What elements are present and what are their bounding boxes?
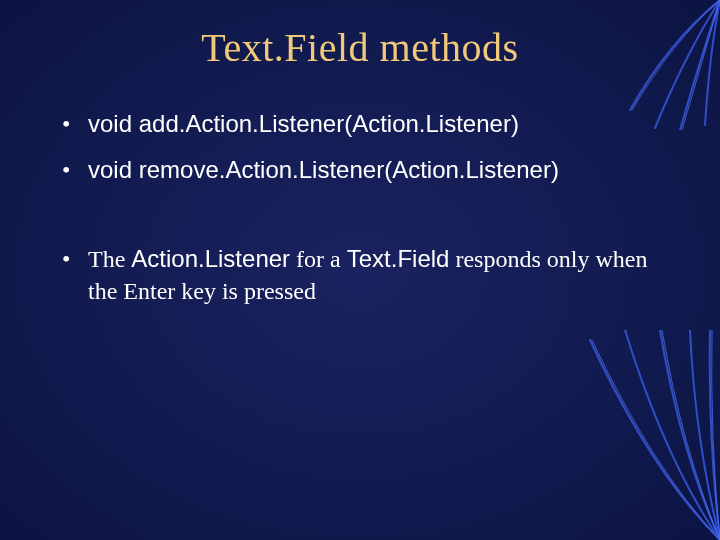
slide-body: void add.Action.Listener(Action.Listener… — [60, 108, 670, 322]
bullet-text: void add.Action.Listener(Action.Listener… — [88, 110, 519, 137]
text-fragment: for a — [290, 246, 347, 272]
bullet-item: void add.Action.Listener(Action.Listener… — [60, 108, 670, 140]
bullet-text: The Action.Listener for a Text.Field res… — [88, 246, 647, 304]
text-fragment: Action.Listener — [131, 245, 290, 272]
bullet-list: void add.Action.Listener(Action.Listener… — [60, 108, 670, 308]
bullet-item: void remove.Action.Listener(Action.Liste… — [60, 154, 670, 186]
text-fragment: The — [88, 246, 131, 272]
bullet-text: void remove.Action.Listener(Action.Liste… — [88, 156, 559, 183]
bullet-item: The Action.Listener for a Text.Field res… — [60, 243, 670, 308]
slide: Text.Field methods void add.Action.Liste… — [0, 0, 720, 540]
decor-bottom-right-icon — [530, 330, 720, 540]
slide-title: Text.Field methods — [0, 24, 720, 71]
text-fragment: Text.Field — [347, 245, 450, 272]
spacer — [60, 201, 670, 243]
